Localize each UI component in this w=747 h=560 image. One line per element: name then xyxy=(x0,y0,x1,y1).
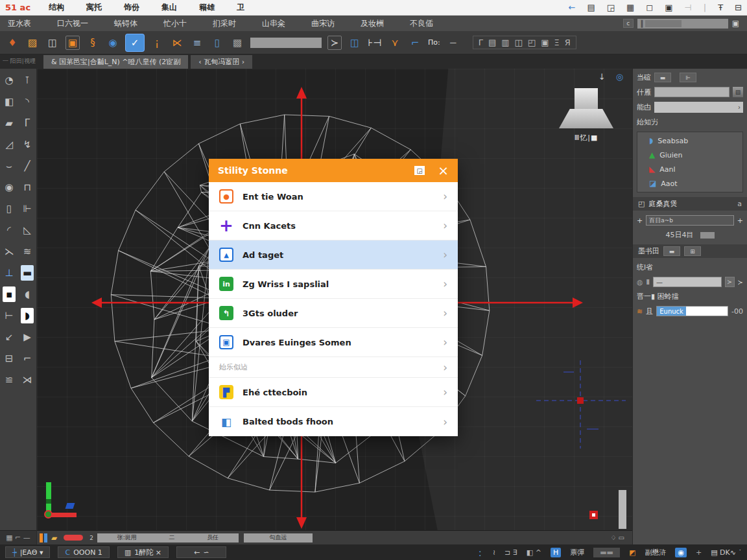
rail-tool-icon[interactable]: ⌣ xyxy=(0,158,18,174)
tool-group-icon[interactable]: Я xyxy=(565,38,571,47)
viewport-scrollbar[interactable] xyxy=(619,490,626,529)
status-icon[interactable]: 副懋浒 xyxy=(645,548,666,557)
tool-group-icon[interactable]: ▣ xyxy=(541,38,549,47)
toolbar-icon[interactable]: ⊣ xyxy=(684,3,691,12)
tool-group-icon[interactable]: ▥ xyxy=(501,38,509,47)
rail-tool-icon[interactable]: ▪ xyxy=(3,286,16,302)
tool-icon[interactable]: ≡ xyxy=(190,36,204,50)
rail-bottom-cell[interactable]: ▦ ⌐ — xyxy=(0,530,36,544)
rail-tool-icon[interactable]: ▬ xyxy=(21,265,34,281)
rail-tool-icon[interactable]: ◧ xyxy=(0,94,18,110)
toolbar2-item[interactable]: 不良偛 xyxy=(410,18,433,29)
rail-tool-icon[interactable]: ≋ xyxy=(18,244,36,259)
3d-object[interactable]: Ⅲ忆|■ xyxy=(559,88,613,143)
timeline-segment-1[interactable]: 张:斑用二员任 xyxy=(97,533,239,542)
list-item[interactable]: ◗ Seabsab xyxy=(639,135,741,146)
value1-input[interactable]: — xyxy=(653,277,722,287)
rail-tool-icon[interactable]: ↙ xyxy=(0,329,18,345)
tool-icon[interactable]: ⌐ xyxy=(408,36,422,50)
list-item[interactable]: ◣ Aanl xyxy=(639,163,741,175)
rail-tool-icon[interactable]: ▰ xyxy=(0,115,18,131)
dialog-menu-item[interactable]: ◧ Balted tbods fhoon › xyxy=(209,407,458,436)
folder-icon[interactable]: ▰ xyxy=(51,533,57,542)
list-item[interactable]: ◪ Aaot xyxy=(639,178,741,189)
dialog-menu-item[interactable]: ▲ Ad taget › xyxy=(209,240,458,270)
rail-tool-icon[interactable]: ⌐ xyxy=(18,351,36,366)
toolbar-icon[interactable]: Ŧ xyxy=(718,3,723,12)
type-dropdown[interactable]: › xyxy=(654,102,743,113)
section3-button-2[interactable]: ⊞ xyxy=(684,246,701,256)
rail-tool-icon[interactable]: ⋊ xyxy=(18,372,36,388)
menu-item[interactable]: 结构 xyxy=(49,2,64,13)
tool-icon[interactable]: ▣ xyxy=(65,36,80,50)
tool-icon[interactable]: ◉ xyxy=(106,36,120,50)
toolbar-icon[interactable]: ◲ xyxy=(607,3,615,12)
range-input[interactable]: 百日a~b xyxy=(646,215,734,226)
menu-item[interactable]: 卫 xyxy=(237,2,244,13)
timeline-right-icons[interactable]: ♢ ▭ xyxy=(610,534,630,541)
panel-header-button-1[interactable]: ▬ xyxy=(654,73,671,82)
rail-tool-icon[interactable]: ◗ xyxy=(21,308,34,323)
count-box[interactable] xyxy=(700,232,715,239)
tool-icon[interactable]: ▨ xyxy=(25,36,40,50)
tool-icon[interactable] xyxy=(250,38,322,48)
status-button[interactable]: ▥ 1醉陀 × xyxy=(117,546,169,558)
tool-group-icon[interactable]: Ξ xyxy=(554,38,559,47)
toolbar-icon[interactable]: ▣ xyxy=(665,3,672,12)
rail-tool-icon[interactable]: ◿ xyxy=(0,137,18,152)
tool-icon[interactable]: § xyxy=(86,36,100,50)
toolbar2-item[interactable]: 及妆栦 xyxy=(361,18,384,29)
status-icon[interactable]: H xyxy=(551,548,561,557)
rail-tool-icon[interactable]: ◜ xyxy=(0,222,18,238)
document-tab[interactable]: ‹ 瓦甸冯㝧囝 › xyxy=(191,55,252,69)
toolbar-icon[interactable]: ▤ xyxy=(587,3,595,12)
status-icon[interactable]: ◧ ^ xyxy=(527,548,541,557)
tool-icon[interactable]: ⋉ xyxy=(170,36,184,50)
rail-tool-icon[interactable]: ⊓ xyxy=(18,180,36,195)
rail-tool-icon[interactable]: ⊺ xyxy=(18,73,36,88)
status-icon[interactable]: ◩ xyxy=(629,548,635,557)
dialog-header[interactable]: Stility Stonne ◲ × xyxy=(209,159,458,182)
toolbar2-item[interactable]: 口六视一 xyxy=(57,18,88,29)
menu-item[interactable]: 籍雄 xyxy=(199,2,215,13)
tool-icon[interactable]: ¡ xyxy=(150,36,164,50)
tool-group-icon[interactable]: ◫ xyxy=(515,38,523,47)
tool-icon[interactable]: ♦ xyxy=(5,36,19,50)
tool-group-icon[interactable]: ▤ xyxy=(488,38,496,47)
rail-tool-icon[interactable]: ▶ xyxy=(18,329,36,345)
name-field-button[interactable]: ▨ xyxy=(733,87,743,97)
value1-arrow-button[interactable]: ≻ xyxy=(725,277,735,287)
dialog-menu-item[interactable]: 始乐似迠 › xyxy=(209,357,458,378)
dialog-menu-item[interactable]: ▛ Ehé cttecboin › xyxy=(209,378,458,407)
dialog-menu-item[interactable]: ▣ Dvares Euinges Somen › xyxy=(209,328,458,357)
document-tab[interactable]: & 国苐邑宝|合黼L_N) ^噔八皇传 (2宦副 xyxy=(43,55,188,69)
rail-tool-icon[interactable]: ◉ xyxy=(0,180,18,195)
tool-icon[interactable]: ▩ xyxy=(230,36,244,50)
list-item[interactable]: ▲ Giuien xyxy=(639,149,741,161)
record-button[interactable] xyxy=(64,535,83,541)
tool-icon[interactable]: ◫ xyxy=(348,36,362,50)
tool-icon[interactable]: ▯ xyxy=(210,36,224,50)
tool-icon[interactable]: ⊦⊣ xyxy=(368,36,382,50)
timeline-segment-2[interactable]: 勾血运 xyxy=(244,533,313,542)
dialog-menu-item[interactable]: ● Ent tie Woan › xyxy=(209,182,458,211)
menu-item[interactable]: 饰份 xyxy=(124,2,139,13)
panel-header-button-2[interactable]: ⊩ xyxy=(680,73,696,82)
tool-icon[interactable]: ⋎ xyxy=(388,36,402,50)
rail-tool-icon[interactable]: ◔ xyxy=(0,73,18,88)
rail-tool-icon[interactable]: ⋋ xyxy=(0,244,18,259)
rail-tool-icon[interactable]: ↯ xyxy=(18,137,36,152)
viewport-corner-icon[interactable]: ↓ xyxy=(599,72,606,82)
rail-tool-icon[interactable]: ◖ xyxy=(18,286,36,302)
dialog-menu-item[interactable]: + Cnn Kacets › xyxy=(209,211,458,240)
tool-icon[interactable]: ≻ xyxy=(327,36,342,50)
plus-button[interactable]: + xyxy=(737,216,743,225)
tool-group-icon[interactable]: Γ xyxy=(479,38,483,47)
rail-tool-icon[interactable]: ◺ xyxy=(18,222,36,238)
status-icon[interactable]: ⊐ ∃ xyxy=(504,548,517,557)
status-button[interactable]: ← ∽ xyxy=(176,546,226,558)
toolbar2-item[interactable]: 忙小十 xyxy=(163,18,187,29)
rail-tool-icon[interactable]: Γ xyxy=(18,115,36,131)
status-icon[interactable]: ⡂ xyxy=(479,548,484,557)
status-icon[interactable]: ◉ xyxy=(675,548,687,557)
